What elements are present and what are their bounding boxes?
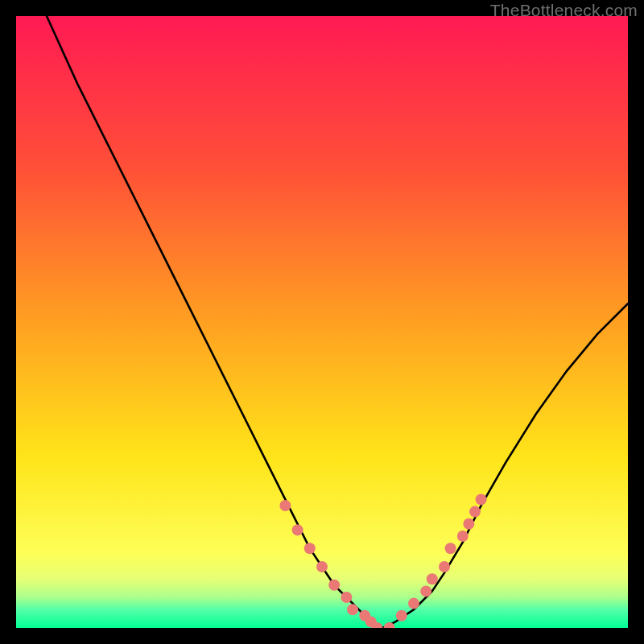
data-point	[292, 524, 303, 535]
chart-container: TheBottleneck.com	[0, 0, 644, 644]
data-point	[408, 598, 419, 609]
data-point	[439, 561, 450, 572]
watermark-text: TheBottleneck.com	[490, 1, 638, 20]
plot-area	[16, 16, 628, 628]
dots-right-group	[384, 493, 487, 628]
curve-right-path	[383, 303, 628, 628]
data-point	[463, 518, 474, 530]
data-point	[420, 585, 431, 597]
data-point	[427, 573, 438, 584]
curve-layer	[16, 16, 628, 628]
data-point	[396, 610, 407, 621]
data-point	[279, 500, 291, 511]
data-point	[328, 580, 340, 591]
data-point	[445, 543, 456, 554]
curve-left-path	[47, 16, 383, 628]
data-point	[341, 592, 352, 603]
data-point	[347, 604, 358, 615]
data-point	[304, 543, 316, 554]
data-point	[476, 493, 487, 505]
data-point	[457, 530, 469, 542]
data-point	[316, 561, 328, 572]
data-point	[469, 506, 481, 518]
